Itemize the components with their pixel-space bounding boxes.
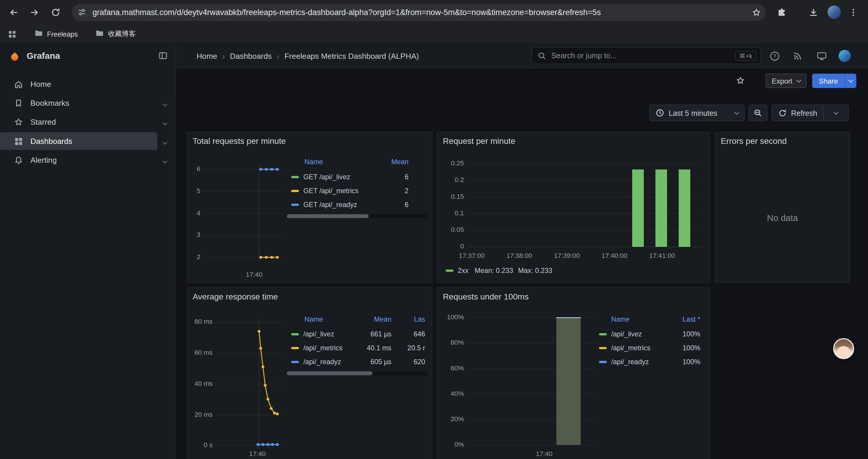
legend-row[interactable]: /api/_livez 661 µs 646	[291, 330, 425, 339]
breadcrumb-separator: ›	[222, 51, 225, 61]
zoom-out-button[interactable]	[748, 104, 767, 121]
chevron-down-icon[interactable]	[162, 156, 168, 165]
browser-profile-avatar[interactable]	[828, 6, 841, 19]
legend-row[interactable]: /api/_metrics 40.1 ms 20.5 r	[291, 344, 425, 353]
time-range-picker[interactable]: Last 5 minutes	[649, 104, 745, 121]
refresh-button[interactable]: Refresh	[772, 105, 824, 121]
series-color-dash	[599, 333, 607, 335]
legend-row[interactable]: /api/_readyz 100%	[599, 357, 700, 366]
axis-tick-label: 17:40	[242, 270, 266, 278]
bar-chart[interactable]	[437, 132, 711, 284]
legend-header: Name Mean Las	[305, 316, 425, 323]
sidebar-item-dashboards[interactable]: Dashboards	[0, 132, 157, 150]
legend-col-mean[interactable]: Mean	[357, 316, 392, 323]
chevron-down-icon[interactable]	[162, 137, 168, 145]
apps-grid-icon[interactable]	[4, 24, 20, 44]
reload-icon[interactable]	[46, 3, 64, 21]
series-color-dash	[291, 333, 299, 335]
series-label: 2xx	[458, 267, 469, 274]
user-avatar[interactable]	[839, 50, 851, 62]
breadcrumb-home[interactable]: Home	[196, 52, 217, 60]
url-text[interactable]: grafana.mathmast.com/d/deytv4rwavabkb/fr…	[92, 4, 601, 21]
scrollbar-thumb[interactable]	[287, 371, 373, 375]
axis-tick-label: 0 s	[187, 441, 212, 449]
bookmark-star-icon[interactable]	[752, 8, 761, 19]
legend-row[interactable]: /api/_metrics 100%	[599, 344, 700, 353]
address-bar[interactable]: grafana.mathmast.com/d/deytv4rwavabkb/fr…	[72, 4, 766, 21]
panel-title[interactable]: Requests under 100ms	[443, 292, 529, 301]
bar-chart[interactable]	[437, 288, 711, 459]
axis-tick-label: 0%	[437, 440, 464, 448]
axis-tick-label: 17:38:00	[502, 252, 537, 260]
site-info-icon[interactable]	[78, 8, 86, 19]
axis-tick-label: 17:39:00	[549, 252, 585, 260]
panel-errors-per-second: Errors per second No data	[715, 132, 850, 283]
floating-assistant-avatar[interactable]	[833, 338, 854, 359]
legend-scrollbar[interactable]	[287, 214, 427, 218]
legend-col-last[interactable]: Las	[392, 316, 425, 323]
download-icon[interactable]	[804, 3, 822, 21]
legend-inline[interactable]: 2xx Mean: 0.233 Max: 0.233	[445, 267, 552, 274]
legend-col-name[interactable]: Name	[611, 316, 683, 323]
monitor-icon[interactable]	[815, 49, 828, 63]
clock-icon	[655, 108, 664, 117]
legend-scrollbar[interactable]	[287, 371, 427, 375]
legend-row[interactable]: /api/_readyz 605 µs 620	[291, 357, 425, 366]
browser-menu-icon[interactable]	[846, 3, 860, 21]
no-data-message: No data	[715, 213, 850, 223]
rss-icon[interactable]	[791, 49, 804, 63]
axis-tick-label: 40%	[437, 390, 464, 397]
extensions-icon[interactable]	[773, 3, 790, 21]
axis-tick-label: 4	[187, 209, 200, 217]
sidebar-item-starred[interactable]: Starred	[0, 113, 166, 131]
chevron-down-icon	[796, 78, 801, 83]
legend-col-mean[interactable]: Mean	[375, 158, 408, 166]
search-icon	[537, 51, 546, 60]
home-icon	[14, 79, 23, 89]
share-button[interactable]: Share	[812, 73, 845, 88]
sidebar-item-home[interactable]: Home	[0, 75, 166, 93]
axis-tick-label: 0.05	[437, 226, 464, 233]
grafana-logo[interactable]	[8, 50, 21, 65]
forward-icon[interactable]	[25, 3, 43, 21]
share-menu-button[interactable]	[845, 73, 856, 88]
legend-row[interactable]: GET /api/_readyz 6	[291, 200, 409, 209]
axis-tick-label: 0.15	[437, 193, 464, 200]
panel-title[interactable]: Total requests per minute	[193, 136, 286, 145]
sidebar-collapse-icon[interactable]	[158, 51, 168, 62]
chevron-down-icon[interactable]	[162, 117, 168, 126]
panel-request-per-minute: Request per minute 2xx Mean: 0.233 Max: …	[437, 132, 710, 283]
sidebar-item-alerting[interactable]: Alerting	[0, 151, 166, 169]
back-icon[interactable]	[4, 3, 22, 21]
legend-row[interactable]: /api/_livez 100%	[599, 330, 700, 339]
bookmark-folder-blogs[interactable]: 收藏博客	[92, 24, 139, 44]
search-shortcut: ⌘+k	[735, 51, 756, 61]
panel-title[interactable]: Average response time	[193, 292, 278, 301]
refresh-interval-button[interactable]	[824, 105, 848, 121]
series-color-dash	[291, 361, 299, 363]
search-input[interactable]: Search or jump to... ⌘+k	[531, 47, 761, 64]
legend-row[interactable]: GET /api/_metrics 2	[291, 186, 409, 195]
svg-text:?: ?	[773, 53, 776, 59]
scrollbar-thumb[interactable]	[287, 214, 369, 218]
legend-col-name[interactable]: Name	[305, 316, 357, 323]
help-icon[interactable]: ?	[768, 49, 781, 63]
share-button-group: Share	[812, 73, 856, 88]
sidebar-item-bookmarks[interactable]: Bookmarks	[0, 94, 166, 112]
bookmarks-bar: Freeleaps 收藏博客	[0, 24, 868, 44]
favorite-star-icon[interactable]	[734, 73, 747, 87]
legend-col-last[interactable]: Last *	[682, 316, 700, 323]
bookmark-folder-freeleaps[interactable]: Freeleaps	[31, 24, 81, 44]
series-color-dash	[599, 361, 607, 363]
chevron-down-icon[interactable]	[162, 99, 168, 107]
legend-header: Name Mean	[305, 158, 409, 166]
axis-tick-label: 17:40	[532, 450, 556, 458]
panel-title[interactable]: Errors per second	[721, 136, 787, 145]
panel-title[interactable]: Request per minute	[443, 136, 515, 145]
legend-row[interactable]: GET /api/_livez 6	[291, 173, 409, 182]
export-button[interactable]: Export	[766, 73, 806, 88]
breadcrumb: Home › Dashboards › Freeleaps Metrics Da…	[196, 44, 419, 68]
legend-col-name[interactable]: Name	[305, 158, 375, 166]
axis-tick-label: 0.25	[437, 160, 464, 167]
breadcrumb-dashboards[interactable]: Dashboards	[230, 52, 272, 60]
